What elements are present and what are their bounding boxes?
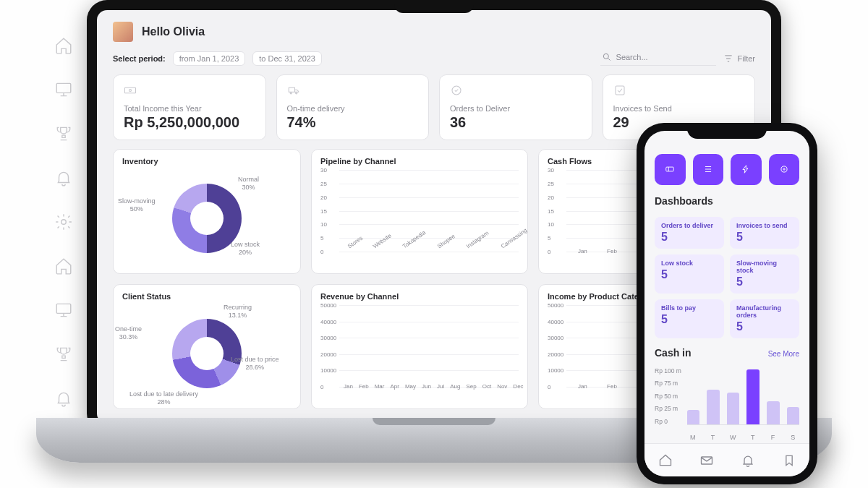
quick-list[interactable]: [693, 154, 724, 185]
see-more-link[interactable]: See More: [768, 350, 799, 358]
box-icon: [450, 84, 463, 97]
bar-label: Feb: [607, 383, 617, 390]
panel-title: Revenue by Channel: [320, 292, 519, 301]
bar: May: [405, 380, 416, 390]
cash-bar: [767, 401, 780, 424]
svg-rect-4: [125, 87, 136, 93]
monitor-icon-2: [54, 301, 73, 320]
home-icon-2: [54, 257, 73, 275]
search-input[interactable]: Search...: [600, 51, 716, 66]
bar-label: Canvassing: [500, 227, 530, 252]
bar-label: Feb: [607, 248, 617, 254]
cash-bar: [707, 390, 720, 424]
quick-actions: [655, 154, 799, 185]
tile-label: Invoices to send: [736, 222, 793, 229]
phone-frame: Dashboards Orders to deliver 5 Invoices …: [637, 123, 817, 484]
tile-value: 5: [736, 320, 793, 333]
bar: Shopee: [433, 236, 456, 254]
dashboard-tile[interactable]: Bills to pay 5: [655, 299, 724, 338]
tile-label: Low stock: [661, 260, 718, 267]
svg-point-5: [129, 90, 132, 92]
svg-rect-9: [616, 86, 624, 95]
header: Hello Olivia: [113, 22, 755, 42]
kpi-value: 74%: [287, 114, 419, 131]
donut-label: One-time30.3%: [115, 325, 142, 341]
bell-icon-2: [54, 389, 73, 408]
bar: Tokopedia: [399, 236, 427, 254]
quick-bolt[interactable]: [731, 154, 762, 185]
bar: Dec: [513, 380, 523, 390]
tile-value: 5: [661, 231, 718, 244]
bar-label: Nov: [497, 383, 507, 390]
tile-label: Bills to pay: [661, 304, 718, 312]
dashboard-tile[interactable]: Manufacturing orders 5: [730, 299, 799, 338]
tile-value: 5: [736, 231, 793, 244]
kpi-value: Rp 5,250,000,000: [124, 114, 255, 131]
svg-rect-0: [56, 83, 71, 93]
bar-label: Jan: [578, 248, 587, 254]
nav-home-icon[interactable]: [658, 453, 673, 468]
bar: Oct: [482, 380, 491, 390]
bar-label: Website: [372, 233, 395, 253]
bar-label: Feb: [359, 383, 369, 390]
kpi-label: Total Income this Year: [124, 104, 255, 113]
bar: Jan: [571, 245, 595, 254]
bar-label: Stores: [346, 235, 366, 253]
monitor-icon: [54, 80, 73, 99]
panel-revenue: Revenue by Channel 010000200003000040000…: [311, 284, 528, 409]
select-period-label: Select period:: [113, 54, 166, 63]
kpi-label: Invoices to Send: [613, 104, 745, 113]
phone-nav: [644, 443, 809, 476]
dashboard-tile[interactable]: Low stock 5: [655, 254, 724, 294]
quick-ticket[interactable]: [655, 154, 686, 185]
svg-point-7: [295, 93, 297, 94]
donut-label: Lost due to late delivery28%: [129, 390, 198, 406]
filter-label: Filter: [738, 54, 755, 63]
kpi-label: On-time delivery: [287, 104, 419, 113]
svg-point-6: [290, 93, 292, 94]
cash-bar: [687, 410, 700, 424]
bar: Feb: [600, 245, 624, 254]
page-side-rail: [54, 36, 73, 408]
donut-label: Normal30%: [238, 176, 259, 192]
bar: Canvassing: [497, 236, 530, 254]
bar-label: Jun: [422, 383, 431, 390]
tile-value: 5: [661, 268, 718, 281]
bar: Jan: [571, 380, 595, 390]
tiles: Orders to deliver 5 Invoices to send 5 L…: [655, 217, 799, 338]
bar-label: Shopee: [436, 233, 459, 252]
nav-bookmark-icon[interactable]: [782, 453, 796, 468]
bar-label: Jan: [344, 383, 353, 390]
donut-label: Lost due to price28.6%: [231, 356, 279, 372]
svg-point-11: [781, 166, 787, 172]
dashboard-tile[interactable]: Orders to deliver 5: [655, 217, 724, 249]
tile-label: Slow-moving stock: [736, 260, 793, 274]
svg-rect-10: [666, 167, 674, 171]
nav-mail-icon[interactable]: [699, 453, 714, 468]
kpi-value: 36: [450, 114, 582, 131]
dashboard-tile[interactable]: Invoices to send 5: [730, 217, 799, 249]
trophy-icon: [54, 124, 73, 143]
cash-bar: [746, 369, 760, 424]
bar: Aug: [450, 380, 460, 390]
panel-inventory: Inventory Slow-moving50%Normal30%Low sto…: [113, 149, 301, 274]
bar: Website: [369, 236, 393, 254]
bar-label: Dec: [513, 383, 523, 390]
cash-bar: [727, 393, 740, 424]
avatar[interactable]: [113, 22, 133, 42]
cash-title: Cash in: [655, 347, 692, 359]
search-icon: [602, 52, 612, 62]
greeting: Hello Olivia: [142, 25, 205, 38]
date-from[interactable]: from Jan 1, 2023: [173, 51, 246, 66]
svg-rect-13: [701, 457, 712, 464]
filter-button[interactable]: Filter: [723, 53, 755, 64]
quick-target[interactable]: [769, 154, 800, 185]
svg-point-3: [603, 53, 608, 59]
dashboard-tile[interactable]: Slow-moving stock 5: [730, 254, 799, 294]
bar: Feb: [359, 380, 369, 390]
date-to[interactable]: to Dec 31, 2023: [252, 51, 322, 66]
kpi-card: On-time delivery 74%: [276, 74, 430, 140]
svg-point-12: [783, 168, 785, 170]
bar-label: Instagram: [465, 230, 492, 253]
nav-bell-icon[interactable]: [741, 453, 755, 468]
